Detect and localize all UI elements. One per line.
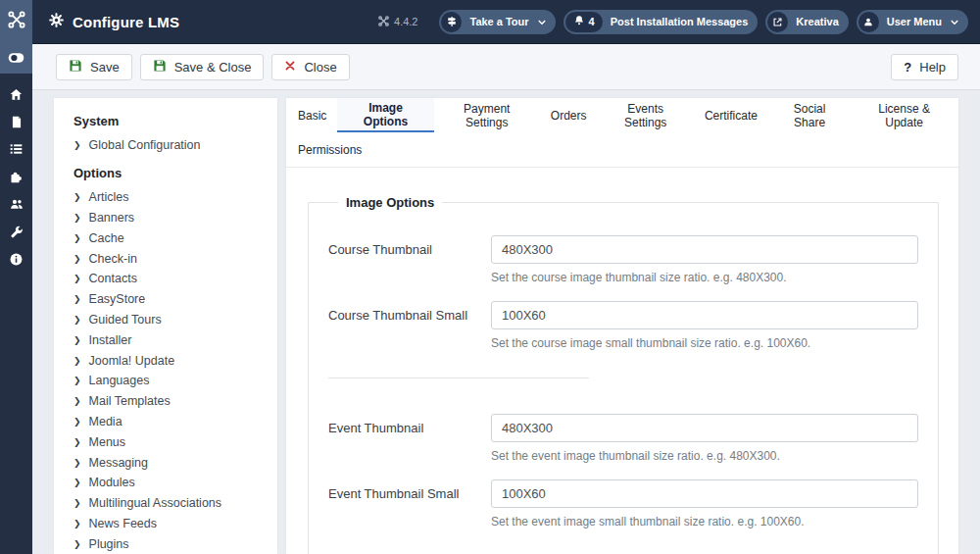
tab-basic[interactable]: Basic bbox=[287, 98, 337, 132]
field-row-course-thumbnail-small: Course Thumbnail Small Set the course im… bbox=[328, 301, 918, 350]
save-button[interactable]: Save bbox=[56, 54, 132, 80]
sidebar-item-plugins[interactable]: ❯Plugins bbox=[74, 533, 264, 554]
file-icon[interactable] bbox=[9, 114, 24, 129]
sidebar-item-multilingual-associations[interactable]: ❯Multilingual Associations bbox=[74, 493, 264, 514]
sidebar-item-check-in[interactable]: ❯Check-in bbox=[74, 248, 264, 269]
home-icon[interactable] bbox=[9, 86, 24, 102]
save-icon bbox=[153, 59, 167, 76]
close-button[interactable]: Close bbox=[271, 54, 349, 80]
sidebar-item-banners[interactable]: ❯Banners bbox=[74, 208, 264, 228]
user-menu-button[interactable]: User Menu bbox=[857, 10, 968, 34]
sidebar-item-label: Guided Tours bbox=[89, 313, 162, 327]
list-icon[interactable] bbox=[9, 141, 24, 157]
tab-social-share[interactable]: Social Share bbox=[768, 98, 851, 132]
app-header: Configure LMS 4.4.2 Take a Tour 4 Post I… bbox=[0, 0, 980, 44]
field-label: Course Thumbnail bbox=[328, 235, 491, 284]
messages-count-badge: 4 bbox=[589, 16, 595, 27]
chevron-right-icon: ❯ bbox=[74, 192, 81, 202]
help-button[interactable]: ? Help bbox=[891, 54, 958, 80]
tab-certificate[interactable]: Certificate bbox=[694, 98, 768, 132]
sidebar-item-label: Global Configuration bbox=[89, 138, 201, 152]
field-hint: Set the course image small thumbnail siz… bbox=[491, 336, 918, 350]
settings-sidebar: System ❯Global Configuration Options ❯Ar… bbox=[54, 98, 277, 554]
sidebar-item-guided-tours[interactable]: ❯Guided Tours bbox=[74, 310, 264, 330]
fieldset-legend: Image Options bbox=[338, 195, 442, 210]
sidebar-item-label: Banners bbox=[89, 211, 135, 225]
take-a-tour-button[interactable]: Take a Tour bbox=[439, 10, 555, 34]
event-thumbnail-small-input[interactable] bbox=[491, 479, 918, 508]
sidebar-item-label: Media bbox=[89, 415, 122, 428]
sidebar-item-global-configuration[interactable]: ❯Global Configuration bbox=[74, 135, 264, 156]
sidebar-item-label: Languages bbox=[89, 374, 150, 387]
menu-toggle-icon bbox=[8, 50, 24, 68]
menu-toggle-button[interactable] bbox=[0, 44, 32, 74]
sidebar-group-heading: Options bbox=[74, 166, 264, 180]
page-title: Configure LMS bbox=[73, 14, 179, 30]
joomla-logo-icon bbox=[8, 11, 25, 32]
tab-events-settings[interactable]: Events Settings bbox=[598, 98, 694, 132]
image-options-panel: Image Options Course Thumbnail Set the c… bbox=[286, 168, 958, 554]
chevron-right-icon: ❯ bbox=[74, 213, 81, 223]
users-icon[interactable] bbox=[9, 196, 24, 212]
close-label: Close bbox=[304, 60, 336, 75]
tab-permissions[interactable]: Permissions bbox=[287, 132, 372, 167]
sidebar-item-installer[interactable]: ❯Installer bbox=[74, 329, 264, 350]
gear-icon bbox=[49, 13, 64, 31]
sidebar-item-menus[interactable]: ❯Menus bbox=[74, 431, 264, 452]
sidebar-item-joomla-update[interactable]: ❯Joomla! Update bbox=[74, 350, 264, 371]
version-text: 4.4.2 bbox=[394, 16, 417, 27]
field-hint: Set the course image thumbnail size rati… bbox=[491, 271, 918, 284]
bell-icon bbox=[573, 15, 585, 28]
tab-license-update[interactable]: License & Update bbox=[851, 98, 957, 132]
save-and-close-label: Save & Close bbox=[174, 60, 252, 75]
sidebar-item-label: Joomla! Update bbox=[89, 354, 175, 368]
sidebar-item-label: Articles bbox=[89, 190, 129, 204]
admin-icon-rail bbox=[0, 44, 32, 554]
sidebar-item-label: EasyStore bbox=[89, 292, 146, 306]
save-icon bbox=[69, 59, 82, 76]
take-a-tour-label: Take a Tour bbox=[462, 16, 536, 27]
sidebar-item-news-feeds[interactable]: ❯News Feeds bbox=[74, 514, 264, 534]
chevron-right-icon: ❯ bbox=[74, 458, 81, 468]
external-link-icon bbox=[767, 12, 788, 32]
site-link-button[interactable]: Kreativa bbox=[765, 10, 848, 34]
action-toolbar: Save Save & Close Close ? Help bbox=[32, 44, 980, 90]
sidebar-item-articles[interactable]: ❯Articles bbox=[74, 187, 264, 208]
version-indicator: 4.4.2 bbox=[378, 16, 417, 28]
sidebar-item-mail-templates[interactable]: ❯Mail Templates bbox=[74, 391, 264, 412]
joomla-version-icon bbox=[378, 16, 389, 28]
site-link-label: Kreativa bbox=[788, 16, 846, 27]
sidebar-item-label: News Feeds bbox=[89, 517, 157, 530]
field-label: Course Thumbnail Small bbox=[328, 301, 491, 350]
chevron-right-icon: ❯ bbox=[74, 437, 81, 447]
sidebar-item-messaging[interactable]: ❯Messaging bbox=[74, 452, 264, 473]
chevron-right-icon: ❯ bbox=[74, 254, 81, 264]
chevron-right-icon: ❯ bbox=[74, 274, 81, 283]
sidebar-item-modules[interactable]: ❯Modules bbox=[74, 473, 264, 493]
wrench-icon[interactable] bbox=[9, 224, 24, 239]
field-label: Event Thumbnail Small bbox=[328, 479, 491, 529]
tab-orders[interactable]: Orders bbox=[540, 98, 598, 132]
chevron-right-icon: ❯ bbox=[74, 498, 81, 508]
tab-image-options[interactable]: Image Options bbox=[337, 98, 433, 132]
event-thumbnail-input[interactable] bbox=[491, 414, 918, 442]
chevron-right-icon: ❯ bbox=[74, 294, 81, 304]
tab-payment-settings[interactable]: Payment Settings bbox=[434, 98, 540, 132]
chevron-right-icon: ❯ bbox=[74, 356, 81, 366]
save-and-close-button[interactable]: Save & Close bbox=[140, 54, 265, 80]
chevron-right-icon: ❯ bbox=[74, 478, 81, 487]
puzzle-icon[interactable] bbox=[9, 169, 24, 184]
course-thumbnail-input[interactable] bbox=[491, 235, 918, 264]
chevron-right-icon: ❯ bbox=[74, 335, 81, 345]
signpost-icon bbox=[441, 12, 462, 32]
chevron-down-icon bbox=[950, 13, 959, 30]
sidebar-item-languages[interactable]: ❯Languages bbox=[74, 371, 264, 391]
joomla-logo[interactable] bbox=[0, 0, 32, 44]
sidebar-item-cache[interactable]: ❯Cache bbox=[74, 227, 264, 248]
sidebar-item-contacts[interactable]: ❯Contacts bbox=[74, 269, 264, 289]
info-icon[interactable] bbox=[9, 251, 24, 267]
post-installation-messages-button[interactable]: 4 Post Installation Messages bbox=[564, 10, 759, 34]
course-thumbnail-small-input[interactable] bbox=[491, 301, 918, 329]
sidebar-item-media[interactable]: ❯Media bbox=[74, 412, 264, 432]
sidebar-item-easystore[interactable]: ❯EasyStore bbox=[74, 289, 264, 310]
